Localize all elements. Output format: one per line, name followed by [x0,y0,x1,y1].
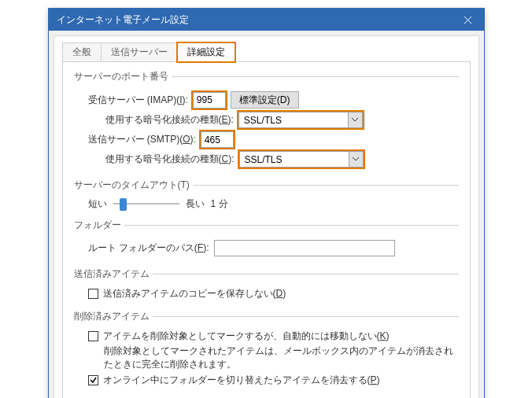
mark-delete-checkbox[interactable] [88,331,98,341]
default-settings-button[interactable]: 標準設定(D) [231,91,299,109]
row-imap-port: 受信サーバー (IMAP)(I): 標準設定(D) [88,91,459,109]
timeout-slider[interactable] [113,197,179,211]
row-mark-delete-cb: アイテムを削除対象としてマークするが、自動的には移動しない(K) [88,330,459,343]
row-timeout: 短い 長い 1 分 [88,197,459,211]
row-smtp-port: 送信サーバー (SMTP)(O): [88,131,459,148]
purge-on-switch-label: オンライン中にフォルダーを切り替えたらアイテムを消去する(P) [103,374,380,387]
group-folder: フォルダー ルート フォルダーのパス(F): [74,219,459,263]
root-folder-label: ルート フォルダーのパス(F): [88,241,209,255]
row-sent-cb: 送信済みアイテムのコピーを保存しない(D) [88,287,459,300]
group-ports: サーバーのポート番号 受信サーバー (IMAP)(I): 標準設定(D) 使用す… [74,70,459,174]
dialog-window: インターネット電子メール設定 全般 送信サーバー 詳細設定 サーバーのポート番号… [48,8,485,398]
tab-body-advanced: サーバーのポート番号 受信サーバー (IMAP)(I): 標準設定(D) 使用す… [62,61,471,398]
dialog-content: 全般 送信サーバー 詳細設定 サーバーのポート番号 受信サーバー (IMAP)(… [54,35,479,398]
imap-port-input[interactable] [193,92,226,109]
group-sent: 送信済みアイテム 送信済みアイテムのコピーを保存しない(D) [74,267,459,305]
group-folder-label: フォルダー [74,219,124,232]
group-deleted: 削除済みアイテム アイテムを削除対象としてマークするが、自動的には移動しない(K… [74,310,459,392]
group-timeout-label: サーバーのタイムアウト(T) [74,179,193,192]
slider-thumb [120,198,127,211]
sent-no-copy-checkbox[interactable] [88,289,98,299]
purge-on-switch-checkbox[interactable] [88,375,98,385]
tab-outgoing-server[interactable]: 送信サーバー [101,42,178,62]
smtp-port-input[interactable] [201,131,234,148]
titlebar: インターネット電子メール設定 [49,9,484,31]
group-sent-label: 送信済みアイテム [74,267,153,281]
timeout-short-label: 短い [88,197,107,211]
tab-general[interactable]: 全般 [62,42,102,62]
group-deleted-label: 削除済みアイテム [74,310,153,323]
window-title: インターネット電子メール設定 [57,13,189,27]
group-timeout: サーバーのタイムアウト(T) 短い 長い 1 分 [74,179,459,214]
outgoing-encryption-label: 使用する暗号化接続の種類(C): [105,153,235,166]
smtp-port-label: 送信サーバー (SMTP)(O): [88,133,196,146]
group-ports-label: サーバーのポート番号 [74,70,172,83]
row-purge-cb: オンライン中にフォルダーを切り替えたらアイテムを消去する(P) [88,374,459,387]
incoming-encryption-combo[interactable]: SSL/TLS [238,112,363,128]
chevron-down-icon [348,112,362,127]
incoming-encryption-label: 使用する暗号化接続の種類(E): [105,113,234,127]
outgoing-encryption-value: SSL/TLS [240,152,349,167]
timeout-value: 1 分 [211,197,228,211]
close-icon [464,16,472,24]
mark-delete-note: 削除対象としてマークされたアイテムは、メールボックス内のアイテムが消去されたとき… [104,345,459,372]
root-folder-input[interactable] [214,240,395,256]
row-root-folder: ルート フォルダーのパス(F): [88,240,459,256]
timeout-long-label: 長い [186,197,205,211]
sent-no-copy-label: 送信済みアイテムのコピーを保存しない(D) [103,287,286,300]
imap-port-label: 受信サーバー (IMAP)(I): [88,94,188,107]
row-outgoing-encryption: 使用する暗号化接続の種類(C): SSL/TLS [105,151,459,168]
tab-strip: 全般 送信サーバー 詳細設定 [62,42,471,62]
mark-delete-label: アイテムを削除対象としてマークするが、自動的には移動しない(K) [103,330,390,343]
tab-advanced[interactable]: 詳細設定 [177,42,235,62]
chevron-down-icon [349,152,363,167]
outgoing-encryption-combo[interactable]: SSL/TLS [239,151,364,168]
row-incoming-encryption: 使用する暗号化接続の種類(E): SSL/TLS [105,112,459,128]
close-button[interactable] [453,9,484,31]
incoming-encryption-value: SSL/TLS [239,112,348,127]
